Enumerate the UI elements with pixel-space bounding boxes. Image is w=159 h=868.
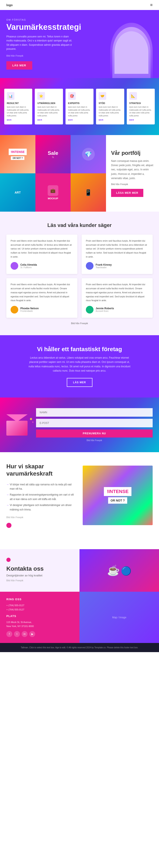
service-card: ⭐ UTMÄRKELSEN Quis euro num diam in male… — [35, 89, 63, 124]
testimonial-avatar — [86, 262, 93, 270]
brand-list-item: Vi designer ytterligare och kvalitetsmät… — [6, 502, 76, 513]
brand-link: Bild från Freepik — [6, 516, 76, 519]
contact-info: RING OSS + (704) 555-0127 + (704) 555-01… — [0, 592, 80, 643]
service-desc: Quis euro num diam in malesuada vel null… — [37, 106, 60, 117]
service-link[interactable]: MER — [37, 119, 60, 121]
testimonial-role: Account Exec — [95, 310, 114, 312]
social-linkedin[interactable]: in — [22, 631, 28, 637]
brand-image: !INTENSE OR NOT ? — [83, 466, 153, 525]
brand-dot — [6, 523, 11, 528]
brand-title: Hur vi skapar varumärkeskraft — [6, 463, 76, 477]
portfolio-desc: Nam consequat massa quis enim. Donec ped… — [111, 159, 154, 181]
portfolio-text: Vår portfölj Nam consequat massa quis en… — [106, 135, 159, 212]
portfolio-item[interactable]: 📱 — [71, 173, 106, 212]
service-desc: Quis euro num diam in malesuada vel null… — [68, 106, 91, 117]
company-desc: Lectus arcu bibendum at varius. Libero v… — [27, 355, 132, 373]
service-link[interactable]: MER — [7, 119, 30, 121]
testimonial-avatar — [11, 306, 18, 313]
contact-address: 115 Mock St, St Avenue, New York, NY 371… — [6, 620, 73, 629]
portfolio-link: Bild från Freepik — [111, 183, 154, 185]
service-desc: Quis euro num diam in malesuada vel null… — [7, 106, 30, 117]
social-youtube[interactable]: ▶ — [29, 631, 35, 637]
service-icon: 🎯 — [68, 92, 76, 100]
ornot-label: OR NOT ? — [111, 499, 125, 502]
service-title: STRATEGI — [129, 102, 152, 104]
company-btn[interactable]: LÄS MER — [67, 378, 92, 387]
service-link[interactable]: MER — [68, 119, 91, 121]
testimonial-name: Jennie Roberts — [95, 307, 114, 310]
service-icon: 🤝 — [98, 92, 106, 100]
testimonial-author: Jennie Roberts Account Exec — [86, 306, 148, 313]
newsletter-form: PRENUMERA NU Bild från Freepik — [36, 408, 153, 441]
testimonial-role: Teamleader — [95, 266, 112, 269]
testimonials-section: Läs vad våra kunder säger Proin sed libe… — [0, 212, 159, 335]
service-link[interactable]: MER — [98, 119, 121, 121]
brand-list-item: Rapporten är ett innoveringskpersonligni… — [6, 492, 76, 502]
service-link[interactable]: MER — [129, 119, 152, 121]
newsletter-subscribe-button[interactable]: PRENUMERA NU — [36, 429, 153, 437]
newsletter-icon: ✦ ✦ — [6, 414, 30, 436]
hero-read-more-button[interactable]: LÄS MER — [6, 61, 32, 69]
service-desc: Quis euro num diam in malesuada vel null… — [129, 106, 152, 117]
service-title: STÖD — [98, 102, 121, 104]
service-card: 📊 RESULTAT Quis euro num diam in malesua… — [4, 89, 32, 124]
testimonial-card: Proin sed libero enim sed faucibus turpi… — [6, 278, 77, 317]
portfolio-item[interactable]: 💼 MOCKUP — [35, 173, 71, 212]
portfolio-item[interactable]: 💎 — [71, 135, 106, 173]
service-title: UTMÄRKELSEN — [37, 102, 60, 104]
service-title: RESULTAT — [7, 102, 30, 104]
service-icon: 📐 — [129, 92, 137, 100]
service-title: EXPERTIS — [68, 102, 91, 104]
testimonials-link: Bild från Freepik — [6, 322, 153, 324]
company-title: Vi håller ett fantastiskt företag — [6, 346, 153, 353]
portfolio-item[interactable]: Sale % — [35, 135, 71, 173]
newsletter-name-input[interactable] — [36, 408, 153, 417]
hero-description: Phaseus convallis posuere sem mi. Tellus… — [6, 35, 74, 51]
brand-list-item: Vi börjar med att sätta upp ramarna och … — [6, 482, 76, 492]
newsletter-link: Bild från Freepik — [36, 439, 153, 441]
testimonial-avatar — [11, 262, 18, 270]
services-section: 📊 RESULTAT Quis euro num diam in malesua… — [0, 78, 159, 135]
portfolio-section: !INTENSE OR NOT ? Sale % — [0, 135, 159, 212]
contact-link: Bild från Freepik — [6, 579, 23, 582]
hero-section: OM FÖRSTAG Varumärkesstrategi Phaseus co… — [0, 10, 159, 78]
testimonial-name: Frank Kinney — [95, 263, 112, 266]
testimonial-author: Celia Almeida Sr. Fulliform — [11, 262, 73, 270]
newsletter-email-input[interactable] — [36, 419, 153, 427]
testimonial-text: Proin sed libero enim sed faucibus turpi… — [86, 239, 148, 259]
testimonial-card: Proin sed libero enim sed faucibus turpi… — [6, 235, 77, 274]
testimonial-card: Proin sed libero enim sed faucibus turpi… — [82, 235, 153, 274]
newsletter-section: ✦ ✦ PRENUMERA NU Bild från Freepik — [0, 398, 159, 452]
testimonial-avatar — [86, 306, 93, 313]
testimonial-name: Phoebe Nelson — [21, 307, 39, 310]
portfolio-btn[interactable]: LÄSA MER MER — [111, 189, 143, 197]
portfolio-item[interactable]: ART — [0, 173, 35, 212]
hero-title: Varumärkesstrategi — [6, 23, 110, 32]
footer: Tallman. Click to select this text box. … — [0, 643, 159, 652]
service-desc: Quis euro num diam in malesuada vel null… — [98, 106, 121, 117]
menu-icon[interactable]: ≡ — [150, 3, 153, 7]
intense-label: !INTENSE — [107, 489, 129, 494]
testimonial-role: Sr. Fulliform — [21, 266, 37, 269]
social-twitter[interactable]: t — [14, 631, 20, 637]
testimonial-author: Frank Kinney Teamleader — [86, 262, 148, 270]
contact-dot — [6, 558, 11, 562]
hero-image-link: Bild från Freepik — [6, 55, 110, 57]
testimonial-text: Proin sed libero enim sed faucibus turpi… — [11, 282, 73, 302]
social-facebook[interactable]: f — [6, 631, 12, 637]
logo: logo — [6, 3, 13, 7]
footer-text: Tallman. Click to select this text box. … — [21, 646, 138, 649]
testimonial-text: Proin sed libero enim sed faucibus turpi… — [11, 239, 73, 259]
testimonial-text: Proin sed libero enim sed faucibus turpi… — [86, 282, 148, 302]
navbar: logo ≡ — [0, 0, 159, 10]
contact-map: Map / Image — [80, 592, 159, 643]
service-card: 🎯 EXPERTIS Quis euro num diam in malesua… — [66, 89, 93, 124]
contact-subtitle: Designtjänster av hög kvalitet — [6, 574, 73, 577]
contact-address-title: PLATS — [6, 615, 73, 618]
service-icon: 📊 — [7, 92, 14, 100]
brand-section: Hur vi skapar varumärkeskraft Vi börjar … — [0, 452, 159, 538]
testimonial-name: Celia Almeida — [21, 263, 37, 266]
testimonial-role: Frontendweb — [21, 310, 39, 312]
testimonials-title: Läs vad våra kunder säger — [6, 222, 153, 228]
portfolio-item[interactable]: !INTENSE OR NOT ? — [0, 135, 35, 173]
